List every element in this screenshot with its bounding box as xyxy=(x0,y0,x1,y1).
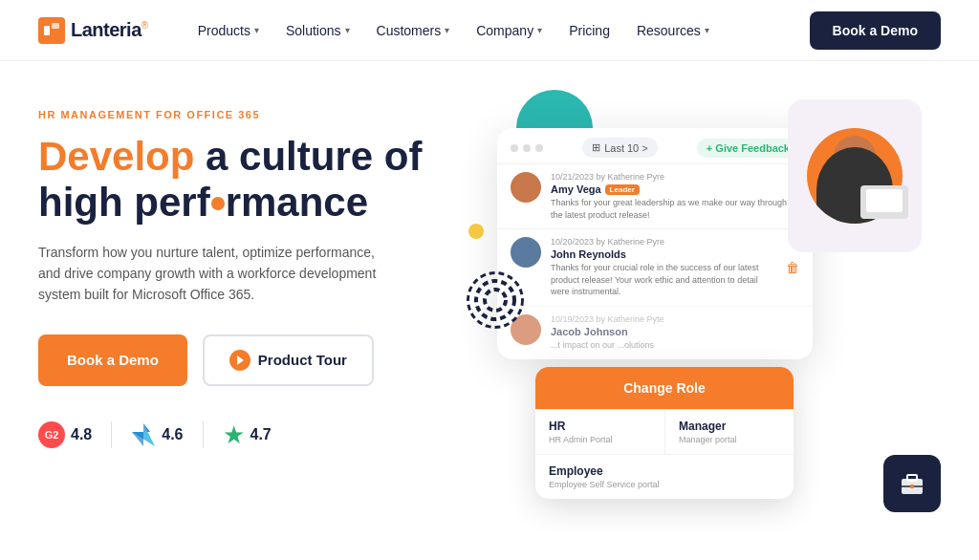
chevron-down-icon: ▾ xyxy=(537,25,542,35)
logo-text: Lanteria® xyxy=(71,19,148,41)
role-option-employee[interactable]: Employee Employee Self Service portal xyxy=(535,454,794,499)
heading-line2-start: high perf xyxy=(38,180,210,225)
star-icon: ★ xyxy=(223,420,245,450)
svg-point-6 xyxy=(485,290,506,311)
heading-develop: Develop xyxy=(38,134,194,179)
svg-point-5 xyxy=(476,281,514,319)
logo[interactable]: Lanteria® xyxy=(38,17,148,44)
role-hr-title: HR xyxy=(549,420,651,433)
feedback-name-3: Jacob Johnson xyxy=(551,326,799,337)
role-manager-title: Manager xyxy=(679,420,780,433)
svg-rect-8 xyxy=(907,475,917,481)
profile-card xyxy=(788,99,922,252)
logo-icon xyxy=(38,17,65,44)
profile-card-inner xyxy=(807,99,903,252)
feedback-content-3: 10/19/2023 by Katherine Pyte Jacob Johns… xyxy=(551,314,799,352)
feedback-name-1: Amy Vega Leader xyxy=(551,183,799,195)
nav-item-pricing[interactable]: Pricing xyxy=(557,15,621,46)
chevron-down-icon: ▾ xyxy=(254,25,259,35)
dot-1 xyxy=(511,144,518,152)
capterra-icon xyxy=(131,422,156,447)
play-icon xyxy=(229,350,250,371)
svg-rect-10 xyxy=(910,485,914,488)
window-dots xyxy=(511,144,543,152)
role-manager-sub: Manager portal xyxy=(679,435,780,444)
book-demo-button[interactable]: Book a Demo xyxy=(38,334,187,386)
role-hr-sub: HR Admin Portal xyxy=(549,435,651,444)
hr-label: HR MANAGEMENT FOR OFFICE 365 xyxy=(38,109,440,120)
chevron-down-icon: ▾ xyxy=(345,25,350,35)
nav-links: Products ▾ Solutions ▾ Customers ▾ Compa… xyxy=(186,15,810,46)
rating-star-score: 4.7 xyxy=(250,426,272,443)
leader-badge: Leader xyxy=(605,184,640,195)
filter-icon: ⊞ xyxy=(592,141,600,154)
nav-item-company[interactable]: Company ▾ xyxy=(465,15,554,46)
nav-item-products[interactable]: Products ▾ xyxy=(186,15,271,46)
feedback-card: ⊞ Last 10 > + Give Feedback 10/21/2023 b… xyxy=(497,128,813,359)
feedback-text-3: ...t impact on our ...olutions xyxy=(551,339,799,352)
change-role-button[interactable]: Change Role xyxy=(535,367,794,409)
hero-description: Transform how you nurture talent, optimi… xyxy=(38,242,382,306)
role-change-card: Change Role HR HR Admin Portal Manager M… xyxy=(535,367,794,499)
avatar-2 xyxy=(511,237,541,268)
hero-right: ⊞ Last 10 > + Give Feedback 10/21/2023 b… xyxy=(440,99,941,531)
nav-item-resources[interactable]: Resources ▾ xyxy=(625,15,721,46)
heading-rest: a culture of xyxy=(206,134,422,179)
filter-button[interactable]: ⊞ Last 10 > xyxy=(582,138,658,158)
ratings-row: G2 4.8 4.6 ★ 4.7 xyxy=(38,420,440,450)
yellow-dot-decoration xyxy=(468,224,484,239)
feedback-meta-3: 10/19/2023 by Katherine Pyte xyxy=(551,314,799,324)
chevron-down-icon: ▾ xyxy=(705,25,709,35)
o-circle-decoration xyxy=(211,197,225,210)
feedback-name-2: John Reynolds xyxy=(551,248,776,260)
main-content: HR MANAGEMENT FOR OFFICE 365 Develop a c… xyxy=(0,61,979,560)
feedback-meta-2: 10/20/2023 by Katherine Pyre xyxy=(551,237,776,247)
chevron-down-icon: ▾ xyxy=(445,25,449,35)
card-header: ⊞ Last 10 > + Give Feedback xyxy=(497,128,813,163)
role-option-hr[interactable]: HR HR Admin Portal xyxy=(535,409,664,454)
dot-2 xyxy=(523,144,531,152)
svg-rect-1 xyxy=(52,23,59,29)
feedback-meta-1: 10/21/2023 by Katherine Pyre xyxy=(551,172,799,182)
filter-label: Last 10 > xyxy=(604,142,648,154)
feedback-text-1: Thanks for your great leadership as we m… xyxy=(551,197,799,221)
feedback-content-2: 10/20/2023 by Katherine Pyre John Reynol… xyxy=(551,237,776,298)
product-tour-label: Product Tour xyxy=(258,352,347,368)
cta-row: Book a Demo Product Tour xyxy=(38,334,440,386)
role-employee-sub: Employee Self Service portal xyxy=(549,480,780,489)
dot-3 xyxy=(535,144,543,152)
avatar-1 xyxy=(511,172,541,203)
trash-icon[interactable]: 🗑 xyxy=(786,260,799,275)
role-options: HR HR Admin Portal Manager Manager porta… xyxy=(535,409,794,499)
nav-item-customers[interactable]: Customers ▾ xyxy=(365,15,462,46)
g2-icon: G2 xyxy=(38,421,65,448)
rating-g2: G2 4.8 xyxy=(38,421,92,448)
rating-divider-1 xyxy=(111,421,112,448)
feedback-text-2: Thanks for your crucial role in the succ… xyxy=(551,262,776,298)
role-option-manager[interactable]: Manager Manager portal xyxy=(664,409,794,454)
svg-rect-0 xyxy=(44,26,50,35)
navbar: Lanteria® Products ▾ Solutions ▾ Custome… xyxy=(0,0,979,61)
role-employee-title: Employee xyxy=(549,464,780,478)
feedback-entry-2: 10/20/2023 by Katherine Pyre John Reynol… xyxy=(497,228,813,306)
briefcase-icon xyxy=(883,455,941,512)
nav-item-solutions[interactable]: Solutions ▾ xyxy=(274,15,361,46)
rating-star: ★ 4.7 xyxy=(223,420,272,450)
feedback-entry-3: 10/19/2023 by Katherine Pyte Jacob Johns… xyxy=(497,306,813,359)
rating-g2-score: 4.8 xyxy=(71,426,92,443)
rating-capterra: 4.6 xyxy=(131,422,183,447)
navbar-book-demo-button[interactable]: Book a Demo xyxy=(810,11,941,50)
feedback-entry-1: 10/21/2023 by Katherine Pyre Amy Vega Le… xyxy=(497,163,813,228)
feedback-content-1: 10/21/2023 by Katherine Pyre Amy Vega Le… xyxy=(551,172,799,221)
rating-capterra-score: 4.6 xyxy=(162,426,183,443)
striped-circle-decoration xyxy=(467,271,524,329)
hero-left: HR MANAGEMENT FOR OFFICE 365 Develop a c… xyxy=(38,99,440,531)
product-tour-button[interactable]: Product Tour xyxy=(203,334,374,386)
hero-heading: Develop a culture of high perfrmance xyxy=(38,134,440,226)
heading-line2-end: rmance xyxy=(226,180,368,225)
rating-divider-2 xyxy=(203,421,204,448)
give-feedback-button[interactable]: + Give Feedback xyxy=(697,139,799,158)
